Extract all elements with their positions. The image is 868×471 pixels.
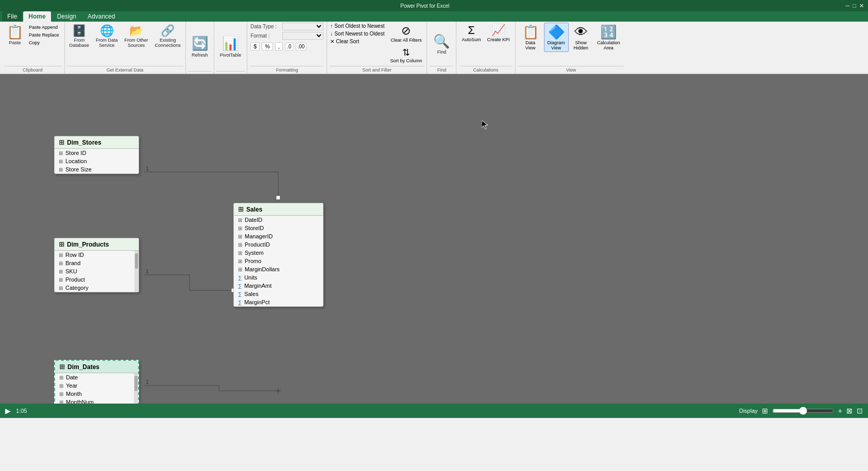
number-format-buttons: $ % , .0 .00	[250, 42, 324, 50]
close-btn[interactable]: ✕	[859, 3, 864, 9]
diagram-view-button[interactable]: 🔷 DiagramView	[544, 23, 569, 52]
currency-button[interactable]: $	[250, 42, 260, 50]
field-monthnum: ⊞ MonthNum	[55, 398, 138, 404]
sort-filter-group: ↑ Sort Oldest to Newest ↓ Sort Newest to…	[327, 22, 427, 74]
find-icon: 🔍	[433, 33, 450, 49]
create-kpi-button[interactable]: 📈 Create KPI	[485, 23, 512, 43]
copy-button[interactable]: Copy	[27, 39, 61, 46]
percent-button[interactable]: %	[262, 42, 273, 50]
create-kpi-label: Create KPI	[487, 37, 510, 42]
dim-dates-table[interactable]: ⊞ Dim_Dates ⊞ Date ⊞ Year ⊞ Month ⊞ Mont…	[54, 360, 139, 404]
calculations-group: Σ AutoSum 📈 Create KPI Calculations	[456, 22, 515, 74]
paste-append-button[interactable]: Paste Append	[27, 24, 61, 31]
from-data-service-label: From DataService	[96, 38, 118, 48]
formatting-group: Data Type : Format : $ % , .0 .00 Format…	[247, 22, 327, 74]
from-database-label: FromDatabase	[70, 38, 90, 48]
scroll-thumb	[135, 253, 138, 269]
ribbon: 📋 Paste Paste Append Paste Replace Copy …	[0, 22, 868, 74]
tab-file[interactable]: File	[2, 11, 22, 22]
dim-products-fields: ⊞ Row ID ⊞ Brand ⊞ SKU ⊞ Product ⊞ Categ…	[55, 251, 139, 292]
paste-button[interactable]: 📋 Paste	[4, 23, 26, 47]
dim-stores-field-store-id: ⊞ Store ID	[55, 149, 139, 157]
field-product: ⊞ Product	[55, 275, 139, 284]
pivot-table-button[interactable]: 📊 PivotTable	[216, 23, 245, 70]
field-units: ∑ Units	[234, 273, 323, 282]
from-data-service-button[interactable]: 🌐 From DataService	[93, 23, 121, 49]
dim-stores-fields: ⊞ Store ID ⊞ Location ⊞ Store Size	[55, 149, 139, 173]
dim-products-table[interactable]: ⊞ Dim_Products ⊞ Row ID ⊞ Brand ⊞ SKU ⊞ …	[54, 238, 139, 292]
scrollbar	[134, 373, 138, 404]
paste-icon: 📋	[7, 24, 23, 40]
show-hidden-button[interactable]: 👁 ShowHidden	[570, 23, 592, 52]
sort-by-column-button[interactable]: ⇅ Sort by Column	[387, 45, 424, 65]
sort-oldest-button[interactable]: ↑ Sort Oldest to Newest	[329, 23, 385, 29]
minimize-btn[interactable]: ─	[846, 3, 850, 9]
database-icon: 🗄️	[72, 24, 86, 38]
svg-marker-15	[482, 120, 488, 129]
field-promo: ⊞ Promo	[234, 257, 323, 265]
field-storeid: ⊞ StoreID	[234, 224, 323, 232]
view-content: 📋 DataView 🔷 DiagramView 👁 ShowHidden 🔢 …	[519, 23, 624, 65]
window-controls: ─ □ ✕	[846, 3, 864, 9]
tab-design[interactable]: Design	[52, 11, 81, 22]
svg-text:1: 1	[146, 166, 149, 171]
comma-button[interactable]: ,	[275, 42, 283, 50]
diagram-view-label: DiagramView	[548, 40, 565, 50]
external-data-content: 🗄️ FromDatabase 🌐 From DataService 📂 Fro…	[67, 23, 183, 65]
existing-connections-button[interactable]: 🔗 ExistingConnections	[152, 23, 183, 49]
tab-advanced[interactable]: Advanced	[82, 11, 120, 22]
sort-column-icon: ⇅	[402, 47, 410, 58]
maximize-btn[interactable]: □	[853, 3, 856, 9]
sort-newest-label: Sort Newest to Oldest	[334, 31, 384, 37]
decimal-increase-button[interactable]: .0	[285, 43, 293, 50]
sales-fields: ⊞ DateID ⊞ StoreID ⊞ ManagerID ⊞ Product…	[234, 216, 323, 306]
play-button[interactable]: ▶	[5, 407, 11, 415]
data-view-button[interactable]: 📋 DataView	[519, 23, 542, 52]
pivot-table-group-label	[216, 71, 245, 73]
autosum-icon: Σ	[468, 24, 475, 37]
pivot-table-group: 📊 PivotTable	[214, 22, 248, 74]
dim-stores-table[interactable]: ⊞ Dim_Stores ⊞ Store ID ⊞ Location ⊞ Sto…	[54, 136, 139, 174]
format-select[interactable]	[282, 32, 324, 40]
paste-replace-button[interactable]: Paste Replace	[27, 31, 61, 39]
zoom-slider[interactable]	[772, 407, 834, 415]
pivot-table-icon: 📊	[222, 36, 239, 51]
clear-sort-button[interactable]: ✕ Clear Sort	[329, 38, 385, 45]
data-type-row: Data Type :	[250, 23, 324, 30]
status-time: 1:05	[16, 408, 27, 414]
sort-newest-button[interactable]: ↓ Sort Newest to Oldest	[329, 30, 385, 37]
sort-filter-label: Sort and Filter	[329, 66, 424, 73]
find-button[interactable]: 🔍 Find	[430, 23, 453, 65]
filter-icon: ⊘	[401, 24, 411, 38]
title-bar-title: Power Pivot for Excel	[4, 3, 846, 9]
field-icon: ⊞	[59, 159, 63, 164]
status-btn-1[interactable]: ⊞	[762, 407, 768, 415]
status-btn-2[interactable]: ⊠	[846, 407, 853, 415]
data-type-select[interactable]	[282, 23, 324, 30]
clipboard-group: 📋 Paste Paste Append Paste Replace Copy …	[1, 22, 65, 74]
field-marginamt: ∑ MarginAmt	[234, 282, 323, 290]
zoom-in-button[interactable]: +	[838, 407, 842, 415]
tab-home[interactable]: Home	[23, 11, 50, 22]
refresh-button[interactable]: 🔄 Refresh	[188, 23, 212, 70]
from-database-button[interactable]: 🗄️ FromDatabase	[67, 23, 92, 49]
from-other-sources-button[interactable]: 📂 From OtherSources	[122, 23, 151, 49]
field-year: ⊞ Year	[55, 381, 138, 390]
refresh-label: Refresh	[192, 53, 208, 58]
sort-asc-icon: ↑	[330, 23, 333, 29]
paste-sub-buttons: Paste Append Paste Replace Copy	[27, 24, 61, 46]
from-other-sources-label: From OtherSources	[125, 38, 148, 48]
decimal-decrease-button[interactable]: .00	[296, 43, 307, 50]
clear-all-filters-button[interactable]: ⊘ Clear All Filters	[387, 23, 424, 44]
dim-products-header: ⊞ Dim_Products	[55, 238, 139, 251]
dim-stores-title: Dim_Stores	[67, 139, 101, 146]
sales-table[interactable]: ⊞ Sales ⊞ DateID ⊞ StoreID ⊞ ManagerID ⊞…	[233, 203, 324, 307]
pivot-table-label: PivotTable	[220, 53, 242, 58]
other-sources-icon: 📂	[129, 24, 143, 38]
status-btn-3[interactable]: ⊡	[857, 407, 863, 415]
data-view-label: DataView	[525, 40, 535, 50]
autosum-button[interactable]: Σ AutoSum	[459, 23, 483, 43]
field-productid: ⊞ ProductID	[234, 240, 323, 249]
show-hidden-icon: 👁	[574, 24, 588, 40]
calculation-area-button[interactable]: 🔢 CalculationArea	[593, 23, 624, 52]
